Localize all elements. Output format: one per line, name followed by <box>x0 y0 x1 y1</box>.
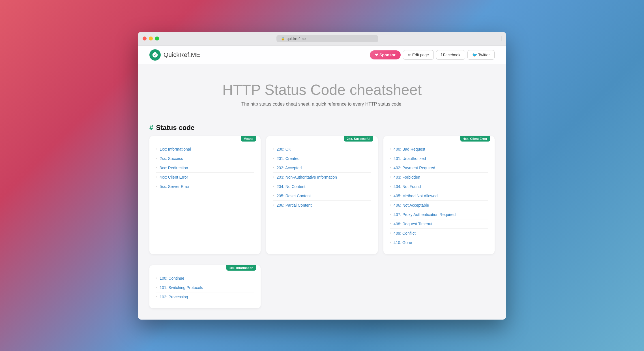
address-bar-inner[interactable]: 🔒 quickref.me <box>276 35 378 42</box>
list-item[interactable]: 408: Request Timeout <box>390 219 488 229</box>
list-item[interactable]: 200: OK <box>273 145 371 154</box>
logo-text: QuickRef.ME <box>164 51 200 59</box>
list-item[interactable]: 410: Gone <box>390 238 488 247</box>
list-item[interactable]: 206: Partial Content <box>273 201 371 210</box>
list-item[interactable]: 203: Non-Authoritative Information <box>273 173 371 182</box>
browser-actions <box>496 36 501 41</box>
card-4xx: 4xx. Client Error 400: Bad Request 401: … <box>383 136 495 254</box>
navbar: QuickRef.ME ❤ Sponsor ✏ Edit page f Face… <box>138 46 506 64</box>
list-item[interactable]: 404: Not Found <box>390 182 488 191</box>
page-content: QuickRef.ME ❤ Sponsor ✏ Edit page f Face… <box>138 46 506 320</box>
edit-page-button[interactable]: ✏ Edit page <box>403 50 434 60</box>
list-item[interactable]: 409: Conflict <box>390 229 488 238</box>
list-item[interactable]: 201: Created <box>273 154 371 163</box>
list-item[interactable]: 102: Processing <box>156 292 254 301</box>
minimize-button[interactable] <box>149 37 153 40</box>
card-list-2xx: 200: OK 201: Created 202: Accepted 203: … <box>273 145 371 210</box>
list-item[interactable]: 3xx: Redirection <box>156 163 254 173</box>
list-item[interactable]: 204: No Content <box>273 182 371 191</box>
maximize-button[interactable] <box>155 37 159 40</box>
list-item[interactable]: 401: Unauthorized <box>390 154 488 163</box>
page-subtitle: The http status codes cheat sheet. a qui… <box>144 102 500 107</box>
url-text: quickref.me <box>287 37 306 41</box>
list-item[interactable]: 403: Forbidden <box>390 173 488 182</box>
lock-icon: 🔒 <box>281 37 285 40</box>
card-badge-means: Means <box>241 136 256 142</box>
nav-buttons: ❤ Sponsor ✏ Edit page f Facebook 🐦 Twitt… <box>370 50 495 60</box>
list-item[interactable]: 405: Method Not Allowed <box>390 191 488 201</box>
list-item[interactable]: 2xx: Success <box>156 154 254 163</box>
card-list-4xx: 400: Bad Request 401: Unauthorized 402: … <box>390 145 488 247</box>
copy-tab-icon[interactable] <box>496 36 501 41</box>
list-item[interactable]: 205: Reset Content <box>273 191 371 201</box>
card-2xx: 2xx. Successful 200: OK 201: Created 202… <box>266 136 377 254</box>
cards-grid: Means 1xx: Informational 2xx: Success 3x… <box>138 136 506 265</box>
page-title: HTTP Status Code cheatsheet <box>144 81 500 98</box>
card-means: Means 1xx: Informational 2xx: Success 3x… <box>149 136 261 254</box>
list-item[interactable]: 400: Bad Request <box>390 145 488 154</box>
logo[interactable]: QuickRef.ME <box>149 49 200 61</box>
traffic-lights <box>143 37 159 40</box>
card-list-means: 1xx: Informational 2xx: Success 3xx: Red… <box>156 145 254 191</box>
section-title: # Status code <box>138 118 506 136</box>
card-badge-2xx: 2xx. Successful <box>344 136 373 142</box>
list-item[interactable]: 202: Accepted <box>273 163 371 173</box>
list-item[interactable]: 407: Proxy Authentication Required <box>390 210 488 219</box>
logo-icon <box>149 49 161 61</box>
list-item[interactable]: 4xx: Client Error <box>156 173 254 182</box>
list-item[interactable]: 406: Not Acceptable <box>390 201 488 210</box>
list-item[interactable]: 100: Continue <box>156 274 254 283</box>
browser-window: 🔒 quickref.me QuickRef.ME ❤ Spon <box>138 32 506 320</box>
card-badge-1xx: 1xx. Information <box>226 265 256 271</box>
card-1xx: 1xx. Information 100: Continue 101: Swit… <box>149 265 261 308</box>
list-item[interactable]: 1xx: Informational <box>156 145 254 154</box>
sponsor-button[interactable]: ❤ Sponsor <box>370 50 401 59</box>
card-badge-4xx: 4xx. Client Error <box>460 136 490 142</box>
browser-chrome: 🔒 quickref.me <box>138 32 506 46</box>
list-item[interactable]: 5xx: Server Error <box>156 182 254 191</box>
hero-section: HTTP Status Code cheatsheet The http sta… <box>138 64 506 118</box>
facebook-button[interactable]: f Facebook <box>436 50 465 60</box>
cards-grid-row2: 1xx. Information 100: Continue 101: Swit… <box>138 265 506 320</box>
list-item[interactable]: 402: Payment Required <box>390 163 488 173</box>
card-list-1xx: 100: Continue 101: Switching Protocols 1… <box>156 274 254 301</box>
close-button[interactable] <box>143 37 147 40</box>
twitter-button[interactable]: 🐦 Twitter <box>467 50 495 60</box>
list-item[interactable]: 101: Switching Protocols <box>156 283 254 292</box>
section-hash: # <box>149 124 153 132</box>
address-bar: 🔒 quickref.me <box>162 35 492 42</box>
section-label: Status code <box>156 124 194 132</box>
